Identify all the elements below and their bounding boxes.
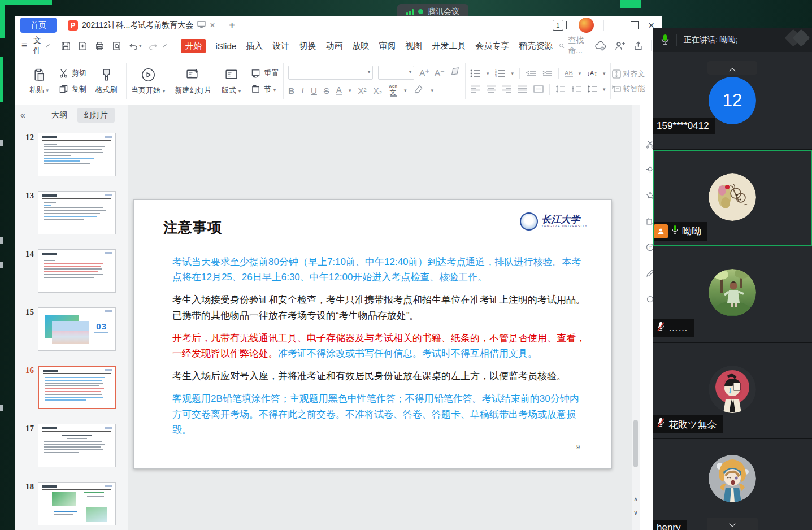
convert-smartart-button[interactable]: 转智能 bbox=[612, 84, 653, 94]
hamburger-menu-icon[interactable]: ≡ bbox=[21, 40, 27, 51]
previous-slide-icon[interactable]: ∧ bbox=[633, 496, 638, 503]
play-from-current-button[interactable]: 当页开始 ▾ bbox=[131, 60, 165, 102]
decrease-font-button[interactable]: A⁻ bbox=[435, 68, 445, 78]
new-tab-button[interactable]: + bbox=[229, 20, 236, 31]
participant-tile-4[interactable]: 花敗ツ無奈 bbox=[653, 343, 812, 439]
tab-devtools[interactable]: 开发工具 bbox=[432, 41, 466, 51]
participant-tile-1[interactable]: 12 159****0412 bbox=[653, 52, 812, 150]
window-count-badge[interactable]: 1 bbox=[553, 20, 563, 31]
user-avatar[interactable] bbox=[579, 18, 594, 33]
superscript-button[interactable]: X² bbox=[358, 86, 366, 95]
minimize-button[interactable] bbox=[614, 25, 621, 26]
tab-insert[interactable]: 插入 bbox=[246, 41, 263, 51]
slide-thumbnail-16-selected[interactable]: 16 bbox=[15, 366, 128, 409]
home-tab[interactable]: 首页 bbox=[20, 18, 57, 33]
strikethrough-button[interactable]: S bbox=[324, 86, 329, 95]
paste-button[interactable]: 粘贴 ▾ bbox=[24, 60, 54, 102]
outline-tab[interactable]: 大纲 bbox=[45, 108, 74, 123]
new-slide-button[interactable]: 新建幻灯片 bbox=[175, 60, 211, 102]
phonetic-guide-button[interactable]: wén 文 bbox=[389, 84, 397, 97]
next-slide-icon[interactable]: ∨ bbox=[633, 509, 638, 516]
close-tab-icon[interactable]: × bbox=[210, 20, 215, 31]
paragraph-2: 考生入场接受身份验证和安全检查，考生只准携带报考点和招生单位在准考证上注明的考试… bbox=[172, 292, 587, 323]
copy-button[interactable]: 复制 bbox=[59, 84, 86, 94]
tab-transition[interactable]: 切换 bbox=[299, 41, 316, 51]
layout-button[interactable]: 版式 ▾ bbox=[216, 60, 246, 102]
vertical-scrollbar[interactable] bbox=[632, 105, 640, 530]
slide-thumbnail-14[interactable]: 14 bbox=[15, 249, 128, 293]
bold-button[interactable]: B bbox=[288, 86, 294, 95]
font-size-select[interactable]: ▾ bbox=[378, 66, 414, 80]
tab-view[interactable]: 视图 bbox=[405, 41, 422, 51]
tab-member[interactable]: 会员专享 bbox=[475, 41, 509, 51]
maximize-button[interactable] bbox=[631, 21, 639, 29]
reset-slide-button[interactable]: 重置 bbox=[251, 68, 279, 79]
underline-button[interactable]: U bbox=[311, 86, 317, 95]
line-spacing-up-button[interactable] bbox=[555, 85, 566, 93]
bullets-button[interactable] bbox=[470, 69, 481, 77]
increase-indent-button[interactable] bbox=[542, 69, 553, 77]
invite-user-icon[interactable] bbox=[614, 41, 626, 51]
print-icon[interactable] bbox=[94, 41, 105, 51]
file-menu-chevron-icon[interactable] bbox=[46, 44, 49, 47]
align-left-button[interactable] bbox=[470, 85, 480, 93]
participant-tile-3[interactable]: …… bbox=[653, 246, 812, 343]
decrease-indent-button[interactable] bbox=[526, 69, 536, 77]
subscript-button[interactable]: X₂ bbox=[373, 86, 382, 95]
slide-editing-area[interactable]: 注意事项 长江大学 YANGTZE UNIVERSITY 考试当天要求至少提前8… bbox=[128, 105, 640, 530]
share-icon[interactable] bbox=[633, 41, 644, 51]
increase-font-button[interactable]: A⁺ bbox=[419, 68, 429, 78]
slide-thumbnail-17[interactable]: 17 bbox=[15, 424, 128, 467]
font-family-select[interactable]: ▾ bbox=[288, 66, 373, 80]
tab-design[interactable]: 设计 bbox=[272, 41, 289, 51]
slide-thumbnail-13[interactable]: 13 bbox=[15, 191, 128, 234]
cut-button[interactable]: 剪切 bbox=[59, 68, 86, 79]
align-text-button[interactable]: 对齐文 bbox=[612, 69, 653, 79]
present-monitor-icon[interactable] bbox=[197, 21, 206, 30]
line-spacing-down-button[interactable] bbox=[571, 85, 581, 93]
tab-review[interactable]: 审阅 bbox=[379, 41, 396, 51]
align-right-button[interactable] bbox=[502, 85, 512, 93]
tab-animation[interactable]: 动画 bbox=[325, 41, 342, 51]
slide-thumbnail-18[interactable]: 18 bbox=[15, 482, 128, 525]
highlight-button[interactable] bbox=[413, 85, 424, 95]
distribute-button[interactable] bbox=[533, 85, 544, 93]
title-divider bbox=[162, 242, 584, 242]
italic-button[interactable]: I bbox=[301, 86, 304, 95]
slide-thumbnail-15[interactable]: 15 03 bbox=[15, 307, 128, 351]
tab-islide[interactable]: iSlide bbox=[215, 41, 236, 51]
scroll-participants-down-button[interactable] bbox=[707, 518, 758, 530]
undo-icon[interactable]: ▾ bbox=[128, 41, 142, 51]
file-menu[interactable]: 文件 bbox=[33, 36, 41, 56]
section-button[interactable]: 节 ▾ bbox=[251, 84, 279, 94]
numbering-button[interactable]: 123 bbox=[495, 69, 506, 77]
slide-canvas[interactable]: 注意事项 长江大学 YANGTZE UNIVERSITY 考试当天要求至少提前8… bbox=[133, 199, 612, 469]
font-color-button[interactable]: A bbox=[336, 85, 342, 95]
slides-tab[interactable]: 幻灯片 bbox=[77, 108, 115, 123]
format-painter-button[interactable]: 格式刷 bbox=[91, 60, 121, 102]
participant-name: 159****0412 bbox=[653, 118, 715, 134]
text-direction-button[interactable]: AB bbox=[565, 69, 573, 77]
line-spacing-button[interactable] bbox=[587, 85, 597, 93]
find-command-search[interactable]: 查找命... bbox=[559, 36, 587, 56]
participant-name: henry bbox=[653, 520, 687, 530]
tab-docer[interactable]: 稻壳资源 bbox=[519, 41, 553, 51]
scroll-participants-up-button[interactable] bbox=[707, 61, 757, 75]
export-pdf-icon[interactable] bbox=[77, 41, 88, 51]
tab-home-ribbon[interactable]: 开始 bbox=[181, 39, 206, 53]
cloud-sync-icon[interactable] bbox=[594, 41, 607, 51]
slide-thumbnail-12[interactable]: 12 bbox=[15, 133, 128, 176]
tab-slideshow[interactable]: 放映 bbox=[352, 41, 369, 51]
print-preview-icon[interactable] bbox=[111, 41, 122, 51]
participant-tile-2-speaking[interactable]: 呦呦 bbox=[653, 150, 812, 246]
save-icon[interactable] bbox=[60, 41, 71, 51]
sort-az-button[interactable]: ↓A↕ bbox=[587, 69, 597, 77]
participant-tile-5[interactable]: henry bbox=[653, 439, 812, 530]
quick-access-more-chevron-icon[interactable] bbox=[163, 44, 167, 47]
document-tab[interactable]: P 202112计科...考试考前教育大会 × bbox=[66, 16, 218, 34]
collapse-panel-icon[interactable]: « bbox=[20, 110, 25, 120]
justify-button[interactable] bbox=[518, 85, 528, 93]
align-center-button[interactable] bbox=[486, 85, 496, 93]
scrollbar-thumb[interactable] bbox=[633, 420, 638, 467]
clear-format-icon[interactable] bbox=[450, 67, 461, 78]
